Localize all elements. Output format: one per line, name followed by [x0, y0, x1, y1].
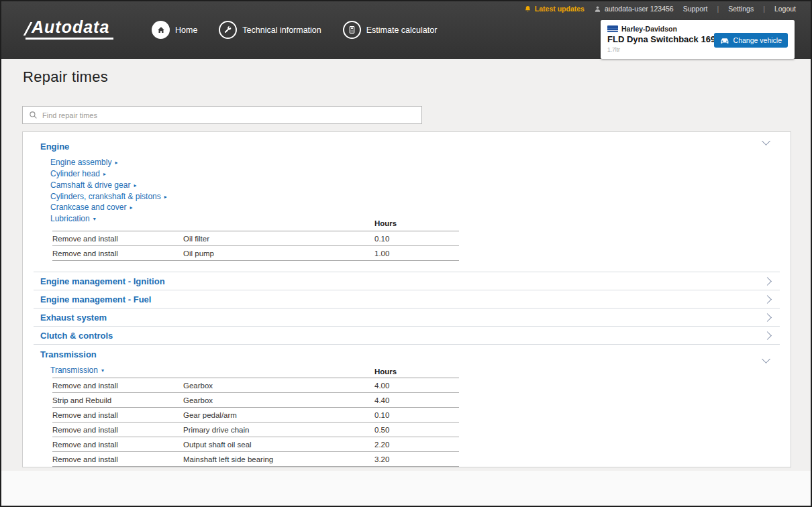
user-account[interactable]: autodata-user 123456 — [594, 5, 674, 13]
nav-estimate-calculator[interactable]: Estimate calculator — [343, 21, 438, 39]
section-engine-management-fuel[interactable]: Engine management - Fuel — [34, 290, 780, 308]
chevron-right-icon — [763, 277, 772, 286]
table-row: Remove and install Gear pedal/arm 0.10 — [52, 408, 459, 422]
engine-lubrication-table: Remove and install Oil filter 0.10 Remov… — [52, 231, 459, 261]
hours-cell: 1.00 — [374, 249, 459, 258]
vehicle-make-row: Harley-Davidson — [607, 25, 788, 33]
search-input[interactable] — [42, 111, 415, 119]
footer-strip — [1, 471, 811, 506]
hours-cell: 3.20 — [374, 455, 459, 463]
triangle-collapsed-icon: ▸ — [103, 171, 106, 177]
nav-home[interactable]: Home — [152, 21, 197, 39]
table-row: Remove and install Mainshaft left side b… — [52, 452, 459, 467]
user-icon — [594, 5, 601, 13]
sublink-crankcase-cover[interactable]: Crankcase and cover▸ — [50, 203, 132, 212]
vehicle-card: Harley-Davidson FLD Dyna Switchback 1690… — [601, 20, 795, 59]
hours-cell: 0.50 — [374, 426, 459, 434]
component-cell: Output shaft oil seal — [183, 441, 374, 449]
triangle-collapsed-icon: ▸ — [134, 182, 136, 188]
bell-icon — [524, 5, 531, 13]
sublink-cylinders-crankshaft-pistons[interactable]: Cylinders, crankshaft & pistons▸ — [50, 192, 167, 201]
triangle-collapsed-icon: ▸ — [115, 160, 117, 166]
triangle-collapsed-icon: ▸ — [130, 205, 132, 211]
table-row: Remove and install Oil pump 1.00 — [52, 246, 459, 261]
logout-link[interactable]: Logout — [774, 5, 796, 13]
logo-text: Autodata — [32, 19, 109, 36]
divider: | — [717, 5, 719, 13]
hours-cell: 4.00 — [374, 382, 459, 390]
component-cell: Mainshaft left side bearing — [183, 455, 374, 463]
nav-estimate-calculator-label: Estimate calculator — [366, 25, 438, 35]
car-icon — [720, 37, 730, 44]
chevron-right-icon — [763, 313, 772, 322]
operation-cell: Remove and install — [52, 441, 183, 449]
operation-cell: Remove and install — [52, 426, 183, 434]
component-cell: Oil filter — [183, 235, 374, 243]
sublink-engine-assembly[interactable]: Engine assembly▸ — [50, 158, 117, 167]
search-box — [22, 106, 422, 124]
operation-cell: Remove and install — [52, 382, 183, 390]
operation-cell: Remove and install — [52, 249, 183, 258]
flag-icon — [607, 25, 618, 32]
table-row: Remove and install Oil filter 0.10 — [52, 231, 459, 246]
triangle-expanded-icon: ▾ — [101, 368, 104, 374]
operation-cell: Remove and install — [52, 235, 183, 243]
nav-technical-information[interactable]: Technical information — [219, 21, 321, 39]
chevron-down-icon[interactable] — [762, 137, 770, 146]
hours-cell: 2.20 — [374, 441, 459, 449]
page-title: Repair times — [23, 68, 108, 86]
hours-cell: 0.10 — [374, 235, 459, 243]
sublink-transmission[interactable]: Transmission▾ — [50, 365, 104, 375]
support-link[interactable]: Support — [683, 5, 708, 13]
top-header-bar: Latest updates autodata-user 123456 Supp… — [1, 1, 811, 59]
divider: | — [763, 5, 765, 13]
sublink-lubrication[interactable]: Lubrication▾ — [50, 214, 96, 223]
settings-link[interactable]: Settings — [728, 5, 754, 13]
operation-cell: Remove and install — [52, 455, 183, 463]
hours-cell: 4.40 — [374, 396, 459, 404]
component-cell: Gear pedal/arm — [183, 411, 374, 419]
search-icon — [29, 111, 38, 119]
utility-row: Latest updates autodata-user 123456 Supp… — [524, 5, 796, 13]
sublink-camshaft-drive-gear[interactable]: Camshaft & drive gear▸ — [50, 180, 136, 190]
component-cell: Oil pump — [183, 249, 374, 258]
autodata-logo[interactable]: Autodata — [26, 19, 113, 40]
change-vehicle-button[interactable]: Change vehicle — [714, 33, 788, 48]
component-cell: Gearbox — [183, 396, 374, 404]
chevron-right-icon — [763, 331, 772, 340]
section-clutch-controls[interactable]: Clutch & controls — [34, 326, 780, 344]
section-engine-management-ignition[interactable]: Engine management - Ignition — [34, 272, 780, 290]
nav-technical-information-label: Technical information — [242, 25, 321, 35]
wrench-icon — [219, 21, 237, 39]
triangle-collapsed-icon: ▸ — [164, 194, 167, 200]
main-navigation: Home Technical information Estimate calc… — [152, 21, 437, 39]
table-row: Remove and install Primary drive chain 0… — [52, 422, 459, 437]
hours-column-header: Hours — [374, 368, 397, 376]
table-row: Remove and install Gearbox 4.00 — [52, 378, 459, 393]
repair-times-panel: Engine Engine assembly▸ Cylinder head▸ C… — [22, 131, 791, 467]
latest-updates-link[interactable]: Latest updates — [524, 5, 585, 13]
component-cell: Primary drive chain — [183, 426, 374, 434]
section-transmission[interactable]: Transmission — [34, 344, 780, 365]
section-exhaust-system[interactable]: Exhaust system — [34, 308, 780, 326]
sublink-cylinder-head[interactable]: Cylinder head▸ — [50, 169, 106, 178]
transmission-table: Remove and install Gearbox 4.00 Strip an… — [52, 378, 459, 467]
component-cell: Gearbox — [183, 382, 374, 390]
table-row: Remove and install Output shaft oil seal… — [52, 437, 459, 452]
hours-cell: 0.10 — [374, 411, 459, 419]
section-engine[interactable]: Engine — [40, 142, 69, 152]
user-label: autodata-user 123456 — [605, 5, 674, 13]
app-window: Latest updates autodata-user 123456 Supp… — [0, 0, 812, 507]
operation-cell: Remove and install — [52, 411, 183, 419]
nav-home-label: Home — [175, 25, 197, 35]
change-vehicle-label: Change vehicle — [733, 36, 782, 44]
home-icon — [152, 21, 170, 39]
table-row: Strip and Rebuild Gearbox 4.40 — [52, 393, 459, 408]
section-list: Engine management - Ignition Engine mana… — [34, 272, 780, 365]
calculator-icon — [343, 21, 361, 39]
operation-cell: Strip and Rebuild — [52, 396, 183, 404]
hours-column-header: Hours — [374, 219, 397, 227]
chevron-right-icon — [763, 295, 772, 304]
latest-updates-label: Latest updates — [535, 5, 585, 13]
vehicle-make: Harley-Davidson — [621, 25, 677, 33]
